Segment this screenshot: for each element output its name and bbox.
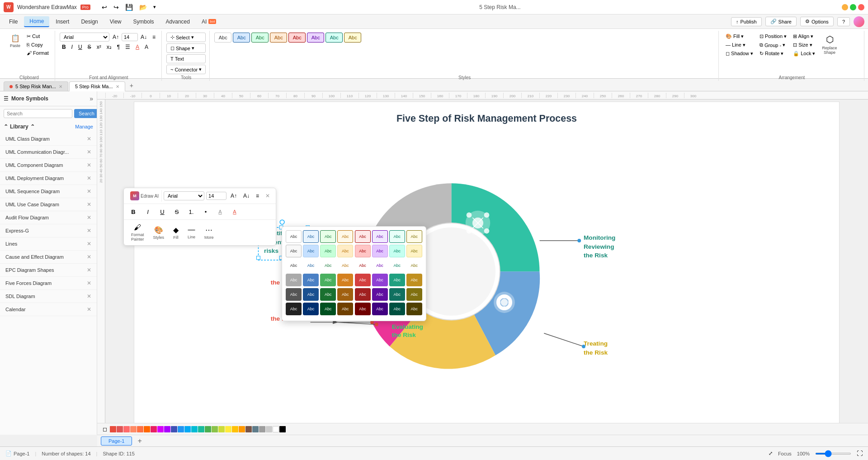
- tab-1-close[interactable]: ✕: [59, 84, 62, 89]
- ft-font-grow[interactable]: A↑: [228, 192, 239, 200]
- canvas-area[interactable]: -20-100 102030 405060 708090 100110120 1…: [97, 91, 868, 435]
- style-swatch-2[interactable]: Abc: [233, 33, 250, 43]
- style-swatch-1[interactable]: Abc: [214, 33, 231, 43]
- color-swatch-10[interactable]: [171, 426, 177, 432]
- ft-fill-tool[interactable]: ◆ Fill: [170, 224, 182, 242]
- highlight-button[interactable]: A: [142, 43, 151, 51]
- text-align-button[interactable]: ≡: [150, 33, 158, 41]
- list-item-uml-class[interactable]: UML Class Diagram ✕: [0, 133, 97, 146]
- list-item-epc[interactable]: EPC Diagram Shapes ✕: [0, 264, 97, 277]
- color-swatch-4[interactable]: [130, 426, 137, 432]
- style-opt-4-2[interactable]: Abc: [303, 274, 319, 286]
- style-swatch-7[interactable]: Abc: [326, 33, 343, 43]
- ft-list-ul[interactable]: •: [200, 206, 212, 218]
- list-item-uml-component[interactable]: UML Component Diagram ✕: [0, 159, 97, 172]
- menu-home[interactable]: Home: [24, 16, 49, 27]
- maximize-button[interactable]: [850, 4, 856, 10]
- font-color-button[interactable]: A: [133, 43, 142, 51]
- ft-text-color[interactable]: A: [229, 206, 241, 218]
- color-swatch-12[interactable]: [184, 426, 191, 432]
- list-item-audit-flow[interactable]: Audit Flow Diagram ✕: [0, 211, 97, 224]
- menu-insert[interactable]: Insert: [50, 17, 75, 27]
- zoom-slider[interactable]: [815, 453, 851, 455]
- new-tab-button[interactable]: +: [126, 80, 137, 91]
- user-avatar[interactable]: [854, 16, 864, 27]
- style-opt-2-6[interactable]: Abc: [372, 245, 388, 257]
- canvas-background[interactable]: Five Step of Risk Management Process: [105, 100, 868, 435]
- search-button[interactable]: Search: [74, 109, 97, 118]
- style-opt-6-8[interactable]: Abc: [406, 303, 422, 315]
- font-size-input[interactable]: [122, 33, 138, 41]
- search-input[interactable]: [4, 109, 72, 118]
- ft-font-shrink[interactable]: A↓: [241, 192, 252, 200]
- list-item-uml-comm[interactable]: UML Communication Diagr... ✕: [0, 146, 97, 159]
- list-item-calendar[interactable]: Calendar ✕: [0, 303, 97, 316]
- remove-express-g[interactable]: ✕: [87, 228, 91, 234]
- color-swatch-blue-gray[interactable]: [252, 426, 259, 432]
- minimize-button[interactable]: [842, 4, 848, 10]
- remove-audit-flow[interactable]: ✕: [87, 214, 91, 221]
- remove-uml-comm[interactable]: ✕: [87, 149, 91, 155]
- remove-epc[interactable]: ✕: [87, 267, 91, 273]
- style-opt-3-6[interactable]: Abc: [372, 259, 388, 272]
- paragraph-button[interactable]: ¶: [115, 43, 122, 51]
- tab-1[interactable]: 5 Step Risk Man... ✕: [4, 81, 68, 91]
- canvas-content[interactable]: Five Step of Risk Management Process: [105, 100, 868, 435]
- style-opt-1-2[interactable]: Abc: [303, 230, 319, 243]
- ft-font-family[interactable]: Arial: [164, 191, 204, 200]
- redo-button[interactable]: ↪: [111, 3, 121, 12]
- style-opt-6-4[interactable]: Abc: [337, 303, 353, 315]
- page-tab-1[interactable]: Page-1: [101, 436, 132, 446]
- remove-uml-class[interactable]: ✕: [87, 136, 91, 142]
- fill-button[interactable]: 🎨 Fill ▾: [723, 33, 755, 40]
- list-item-uml-usecase[interactable]: UML Use Case Diagram ✕: [0, 198, 97, 211]
- subscript-button[interactable]: x₂: [104, 43, 114, 51]
- ft-bold[interactable]: B: [127, 206, 139, 218]
- style-opt-5-4[interactable]: Abc: [337, 288, 353, 301]
- color-swatch-16[interactable]: [218, 426, 225, 432]
- menu-symbols[interactable]: Symbols: [128, 17, 160, 27]
- connector-tool-button[interactable]: ~ Connector ▾: [166, 65, 206, 74]
- remove-calendar[interactable]: ✕: [87, 306, 91, 313]
- remove-cause-effect[interactable]: ✕: [87, 254, 91, 260]
- ft-line-tool[interactable]: ― Line: [184, 224, 199, 241]
- style-opt-5-6[interactable]: Abc: [372, 288, 388, 301]
- share-button[interactable]: 🔗 Share: [765, 17, 797, 26]
- style-opt-5-2[interactable]: Abc: [303, 288, 319, 301]
- align-button[interactable]: ⊞ Align ▾: [791, 33, 817, 40]
- publish-button[interactable]: ↑ Publish: [731, 17, 762, 26]
- color-swatch-light-gray[interactable]: [266, 426, 272, 432]
- save-button[interactable]: 💾: [123, 3, 135, 12]
- color-swatch-13[interactable]: [191, 426, 198, 432]
- style-opt-3-8[interactable]: Abc: [406, 259, 422, 272]
- ft-underline[interactable]: U: [156, 206, 168, 218]
- cut-button[interactable]: ✂ Cut: [24, 33, 51, 40]
- bold-button[interactable]: B: [60, 43, 68, 51]
- list-item-uml-sequence[interactable]: UML Sequence Diagram ✕: [0, 185, 97, 198]
- tab-2-close[interactable]: ✕: [116, 84, 119, 89]
- help-button[interactable]: ?: [837, 17, 850, 26]
- list-item-five-forces[interactable]: Five Forces Diagram ✕: [0, 277, 97, 290]
- italic-button[interactable]: I: [69, 43, 75, 51]
- list-item-lines[interactable]: Lines ✕: [0, 237, 97, 251]
- ft-strikethrough[interactable]: S: [171, 206, 183, 218]
- remove-lines[interactable]: ✕: [87, 241, 91, 247]
- style-opt-6-5[interactable]: Abc: [355, 303, 371, 315]
- style-opt-5-5[interactable]: Abc: [355, 288, 371, 301]
- color-swatch-9[interactable]: [164, 426, 170, 432]
- style-opt-3-5[interactable]: Abc: [355, 259, 371, 272]
- color-swatch-5[interactable]: [137, 426, 143, 432]
- superscript-button[interactable]: x²: [94, 43, 104, 51]
- group-button[interactable]: ⧉ Group - ▾: [757, 41, 789, 49]
- color-swatch-15[interactable]: [212, 426, 218, 432]
- remove-five-forces[interactable]: ✕: [87, 280, 91, 286]
- color-swatch-18[interactable]: [232, 426, 238, 432]
- style-opt-4-7[interactable]: Abc: [389, 274, 405, 286]
- list-button[interactable]: ☰: [123, 43, 132, 51]
- style-opt-2-8[interactable]: Abc: [406, 245, 422, 257]
- style-opt-3-2[interactable]: Abc: [303, 259, 319, 272]
- color-swatch-green[interactable]: [205, 426, 211, 432]
- font-size-increase[interactable]: A↑: [110, 33, 121, 41]
- open-button[interactable]: 📂: [137, 3, 149, 12]
- manage-link[interactable]: Manage: [75, 124, 93, 129]
